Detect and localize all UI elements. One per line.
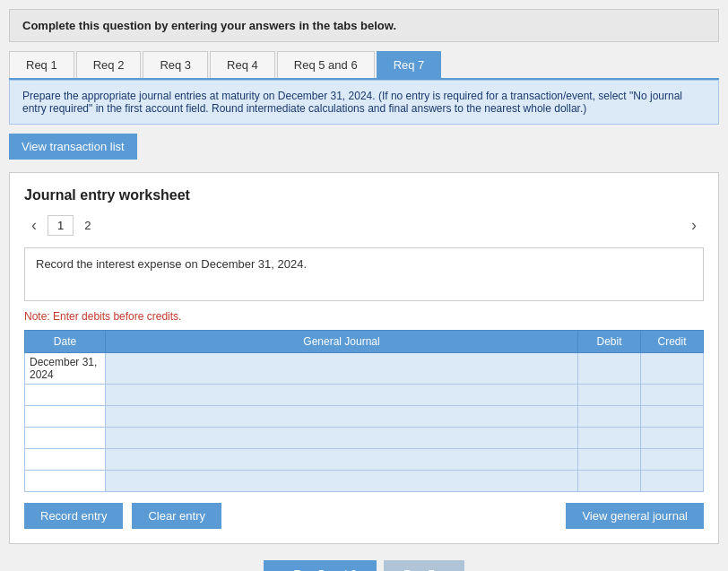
- general-journal-input-1[interactable]: [106, 353, 577, 384]
- table-row: [25, 471, 704, 492]
- view-transaction-button[interactable]: View transaction list: [9, 134, 137, 160]
- credit-input-3[interactable]: [641, 406, 703, 427]
- view-general-journal-button[interactable]: View general journal: [566, 503, 704, 529]
- debit-input-1[interactable]: [578, 353, 640, 384]
- worksheet-title: Journal entry worksheet: [24, 187, 704, 203]
- next-page-number: 2: [77, 216, 98, 235]
- date-cell-1: December 31, 2024: [25, 353, 106, 385]
- prev-page-arrow[interactable]: ‹: [24, 214, 44, 237]
- info-text: Prepare the appropriate journal entries …: [22, 90, 682, 115]
- col-header-date: Date: [25, 331, 106, 353]
- debit-cell-1[interactable]: [578, 353, 641, 385]
- debit-cell-2[interactable]: [578, 385, 641, 406]
- tabs-container: Req 1 Req 2 Req 3 Req 4 Req 5 and 6 Req …: [9, 51, 719, 80]
- tab-req3[interactable]: Req 3: [143, 51, 208, 78]
- credit-cell-6[interactable]: [641, 471, 704, 492]
- table-row: [25, 406, 704, 428]
- debit-input-6[interactable]: [578, 471, 640, 491]
- table-row: [25, 385, 704, 406]
- general-journal-input-2[interactable]: [106, 385, 577, 405]
- instruction-bar: Complete this question by entering your …: [9, 9, 719, 42]
- credit-input-2[interactable]: [641, 385, 703, 405]
- debit-input-5[interactable]: [578, 449, 640, 470]
- credit-input-5[interactable]: [641, 449, 703, 470]
- debit-cell-5[interactable]: [578, 449, 641, 471]
- tab-req2[interactable]: Req 2: [76, 51, 142, 78]
- general-journal-cell-2[interactable]: [106, 385, 578, 406]
- col-header-credit: Credit: [641, 331, 704, 353]
- instruction-text: Complete this question by entering your …: [22, 19, 396, 32]
- credit-cell-3[interactable]: [641, 406, 704, 428]
- info-box: Prepare the appropriate journal entries …: [9, 80, 719, 125]
- bottom-prev-button[interactable]: < Req 5 and 6: [264, 560, 377, 571]
- credit-input-4[interactable]: [641, 428, 703, 448]
- bottom-nav: < Req 5 and 6 Req 7 >: [9, 560, 719, 571]
- tab-req1[interactable]: Req 1: [9, 51, 74, 78]
- worksheet-container: Journal entry worksheet ‹ 1 2 › Record t…: [9, 172, 719, 544]
- general-journal-cell-1[interactable]: [106, 353, 578, 385]
- debit-cell-3[interactable]: [578, 406, 641, 428]
- record-entry-button[interactable]: Record entry: [24, 503, 123, 529]
- date-cell-3: [25, 406, 106, 428]
- date-cell-5: [25, 449, 106, 471]
- debit-input-4[interactable]: [578, 428, 640, 448]
- general-journal-input-4[interactable]: [106, 428, 577, 448]
- general-journal-cell-5[interactable]: [106, 449, 578, 471]
- credit-cell-5[interactable]: [641, 449, 704, 471]
- tab-req7[interactable]: Req 7: [377, 51, 442, 78]
- debit-input-3[interactable]: [578, 406, 640, 427]
- general-journal-cell-4[interactable]: [106, 428, 578, 449]
- col-header-debit: Debit: [578, 331, 641, 353]
- actions-row: Record entry Clear entry View general jo…: [24, 503, 704, 529]
- date-cell-2: [25, 385, 106, 406]
- tab-req4[interactable]: Req 4: [210, 51, 275, 78]
- table-row: [25, 428, 704, 449]
- next-page-arrow[interactable]: ›: [684, 214, 704, 237]
- debit-input-2[interactable]: [578, 385, 640, 405]
- credit-input-6[interactable]: [641, 471, 703, 491]
- credit-cell-4[interactable]: [641, 428, 704, 449]
- date-cell-6: [25, 471, 106, 492]
- current-page-number: 1: [48, 215, 74, 236]
- credit-cell-1[interactable]: [641, 353, 704, 385]
- entry-description: Record the interest expense on December …: [24, 247, 704, 301]
- tab-req5and6[interactable]: Req 5 and 6: [277, 51, 375, 78]
- table-row: [25, 449, 704, 471]
- note-text: Note: Enter debits before credits.: [24, 310, 704, 323]
- credit-cell-2[interactable]: [641, 385, 704, 406]
- general-journal-cell-3[interactable]: [106, 406, 578, 428]
- general-journal-input-5[interactable]: [106, 449, 577, 470]
- bottom-next-button: Req 7 >: [384, 560, 464, 571]
- table-row: December 31, 2024: [25, 353, 704, 385]
- general-journal-input-6[interactable]: [106, 471, 577, 491]
- credit-input-1[interactable]: [641, 353, 703, 384]
- col-header-general-journal: General Journal: [106, 331, 578, 353]
- journal-table: Date General Journal Debit Credit Decemb…: [24, 330, 704, 492]
- clear-entry-button[interactable]: Clear entry: [132, 503, 221, 529]
- general-journal-cell-6[interactable]: [106, 471, 578, 492]
- debit-cell-6[interactable]: [578, 471, 641, 492]
- pagination-row: ‹ 1 2 ›: [24, 214, 704, 237]
- general-journal-input-3[interactable]: [106, 406, 577, 427]
- date-cell-4: [25, 428, 106, 449]
- debit-cell-4[interactable]: [578, 428, 641, 449]
